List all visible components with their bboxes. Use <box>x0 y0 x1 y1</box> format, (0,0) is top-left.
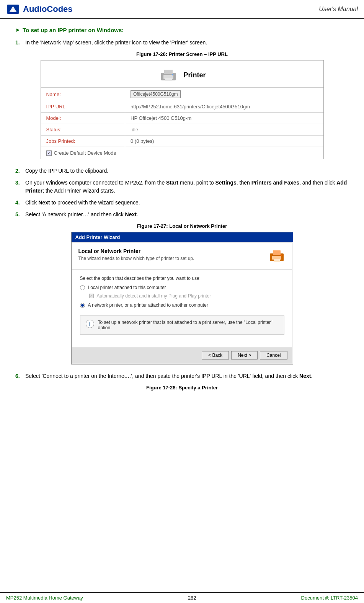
value-name: Officejet4500G510gm <box>125 88 323 101</box>
wizard-top-subtitle: The wizard needs to know which type of p… <box>78 256 261 261</box>
value-status: idle <box>125 124 323 136</box>
step-4-num: 4. <box>15 199 22 207</box>
step-3: 3. On your Windows computer connected to… <box>15 179 349 195</box>
checkbox-icon: ✓ <box>46 150 52 156</box>
wizard-info-text: To set up a network printer that is not … <box>98 320 279 330</box>
name-input-display: Officejet4500G510gm <box>131 90 181 98</box>
step-5-num: 5. <box>15 211 22 219</box>
info-icon: i <box>86 320 94 328</box>
step-5-text: Select 'A network printer…' and then cli… <box>25 211 349 219</box>
figure2-caption: Figure 17-27: Local or Network Printer <box>15 223 349 229</box>
value-jobs: 0 (0 bytes) <box>125 136 323 147</box>
wizard-select-label: Select the option that describes the pri… <box>80 276 284 281</box>
audiocodes-logo-icon <box>6 2 20 16</box>
main-content: To set up an IPP printer on Windows: 1. … <box>0 19 364 417</box>
radio-network-inner <box>81 304 84 307</box>
table-row: Status: idle <box>41 124 323 136</box>
value-model: HP Officejet 4500 G510g-m <box>125 113 323 124</box>
table-row: Name: Officejet4500G510gm <box>41 88 323 101</box>
step-1: 1. In the 'Network Map' screen, click th… <box>15 39 349 47</box>
footer-right: Document #: LTRT-23504 <box>301 595 358 601</box>
step-2: 2. Copy the IPP URL to the clipboard. <box>15 167 349 175</box>
label-jobs: Jobs Printed: <box>41 136 125 147</box>
svg-rect-6 <box>165 78 172 81</box>
checkbox-label: Create Default Device Mode <box>54 150 116 156</box>
svg-point-7 <box>172 74 173 75</box>
printer-icon <box>158 67 179 83</box>
step-5: 5. Select 'A network printer…' and then … <box>15 211 349 219</box>
step-2-text: Copy the IPP URL to the clipboard. <box>25 167 349 175</box>
cancel-button[interactable]: Cancel <box>260 351 287 360</box>
label-status: Status: <box>41 124 125 136</box>
printer-figure-title: Printer <box>183 71 206 79</box>
figure3-caption: Figure 17-28: Specify a Printer <box>15 385 349 391</box>
logo-area: AudioCodes <box>6 2 73 16</box>
wizard-top-section: Local or Network Printer The wizard need… <box>72 243 292 270</box>
step-3-text: On your Windows computer connected to MP… <box>25 179 349 195</box>
label-model: Model: <box>41 113 125 124</box>
wizard-buttons: < Back Next > Cancel <box>72 347 292 363</box>
footer-left: MP252 Multimedia Home Gateway <box>6 595 83 601</box>
table-row: Model: HP Officejet 4500 G510g-m <box>41 113 323 124</box>
step-4-text: Click Next to proceed with the wizard se… <box>25 199 349 207</box>
step-6-text: Select 'Connect to a printer on the Inte… <box>25 372 349 380</box>
wizard-option-local: Local printer attached to this computer <box>80 285 284 290</box>
label-ipp-url: IPP URL: <box>41 101 125 113</box>
page-footer: MP252 Multimedia Home Gateway 282 Docume… <box>0 592 364 603</box>
step-6: 6. Select 'Connect to a printer on the I… <box>15 372 349 380</box>
printer-info-table: Name: Officejet4500G510gm IPP URL: http:… <box>41 87 323 147</box>
back-button[interactable]: < Back <box>202 351 229 360</box>
option-network-text: A network printer, or a printer attached… <box>88 302 208 308</box>
header-title: User's Manual <box>319 6 358 13</box>
step-1-num: 1. <box>15 39 22 47</box>
wizard-info-box: i To set up a network printer that is no… <box>80 315 284 335</box>
wizard-option-network: A network printer, or a printer attached… <box>80 302 284 308</box>
step-2-num: 2. <box>15 167 22 175</box>
svg-rect-5 <box>164 70 173 74</box>
option-local-text: Local printer attached to this computer <box>88 285 166 290</box>
wizard-sub-option-autodetect: ✓ Automatically detect and install my Pl… <box>89 293 284 299</box>
next-button[interactable]: Next > <box>231 351 258 360</box>
step-1-text: In the 'Network Map' screen, click the p… <box>25 39 349 47</box>
table-row: Jobs Printed: 0 (0 bytes) <box>41 136 323 147</box>
logo-text: AudioCodes <box>23 4 73 14</box>
wizard-figure: Add Printer Wizard Local or Network Prin… <box>71 232 293 364</box>
value-ipp-url: http://MP252.home:631/printers/Officejet… <box>125 101 323 113</box>
printer-figure-header: Printer <box>41 60 323 87</box>
svg-point-12 <box>281 255 282 256</box>
wizard-title-bar: Add Printer Wizard <box>72 232 293 242</box>
step-3-num: 3. <box>15 179 22 195</box>
svg-point-2 <box>11 9 15 12</box>
label-name: Name: <box>41 88 125 101</box>
page-header: AudioCodes User's Manual <box>0 0 364 19</box>
step-6-num: 6. <box>15 372 22 380</box>
printer-figure: Printer Name: Officejet4500G510gm IPP UR… <box>41 60 324 159</box>
radio-local <box>80 285 85 290</box>
table-row: IPP URL: http://MP252.home:631/printers/… <box>41 101 323 113</box>
figure1-caption: Figure 17-26: Printer Screen – IPP URL <box>15 51 349 57</box>
section-heading: To set up an IPP printer on Windows: <box>15 27 349 33</box>
footer-center: 282 <box>188 595 196 601</box>
radio-network <box>80 303 85 308</box>
checkbox-autodetect: ✓ <box>89 294 94 298</box>
wizard-top-text: Local or Network Printer The wizard need… <box>78 248 261 261</box>
svg-rect-10 <box>273 250 281 255</box>
wizard-content: Select the option that describes the pri… <box>72 270 292 347</box>
wizard-printer-icon <box>268 248 286 265</box>
step-4: 4. Click Next to proceed with the wizard… <box>15 199 349 207</box>
wizard-body: Local or Network Printer The wizard need… <box>72 243 292 363</box>
wizard-top-title: Local or Network Printer <box>78 248 261 254</box>
sub-option-text: Automatically detect and install my Plug… <box>97 293 211 299</box>
svg-rect-11 <box>274 259 280 262</box>
checkbox-row: ✓ Create Default Device Mode <box>41 147 323 159</box>
